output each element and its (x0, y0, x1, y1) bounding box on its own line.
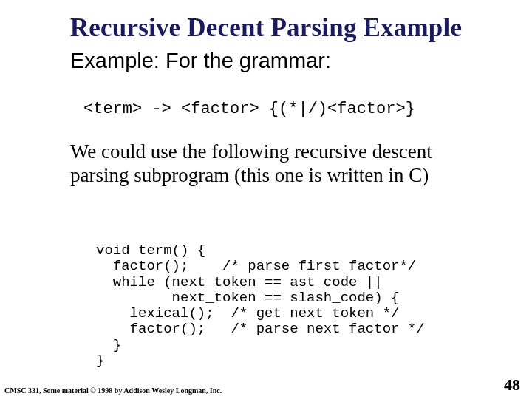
body-paragraph: We could use the following recursive des… (70, 140, 480, 188)
slide-title: Recursive Decent Parsing Example (0, 13, 532, 43)
code-line: while (next_token == ast_code || (96, 274, 383, 290)
code-line: lexical(); /* get next token */ (96, 305, 399, 321)
code-line: } (96, 352, 104, 369)
grammar-rule: <term> -> <factor> {(*|/)<factor>} (83, 100, 415, 118)
code-block: void term() { factor(); /* parse first f… (96, 243, 425, 369)
slide-subtitle: Example: For the grammar: (70, 49, 331, 73)
footer-citation: CMSC 331, Some material © 1998 by Addiso… (4, 386, 222, 395)
code-line: factor(); /* parse first factor*/ (96, 258, 416, 274)
code-line: void term() { (96, 242, 205, 259)
code-line: next_token == slash_code) { (96, 290, 399, 306)
code-line: factor(); /* parse next factor */ (96, 321, 425, 337)
page-number: 48 (504, 375, 520, 395)
code-line: } (96, 337, 121, 353)
slide: Recursive Decent Parsing Example Example… (0, 0, 532, 399)
